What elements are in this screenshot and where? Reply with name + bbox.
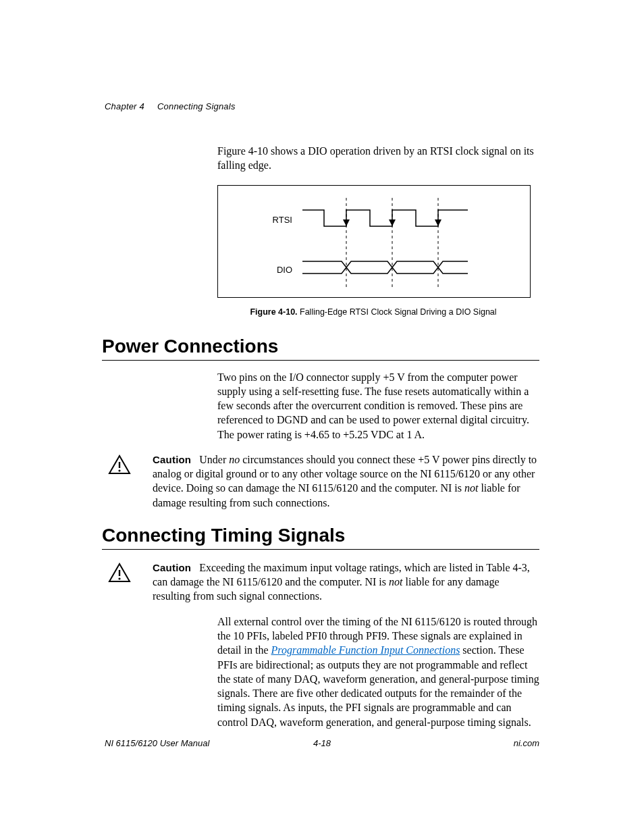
page: Chapter 4 Connecting Signals Figure 4-10…: [0, 0, 644, 834]
figure-4-10: RTSI DIO: [217, 185, 531, 298]
timing-para: All external control over the timing of …: [217, 615, 539, 729]
figure-label-rtsi: RTSI: [252, 215, 292, 225]
caution-frag: Under: [199, 454, 229, 465]
caution-power-text: Caution Under no circumstances should yo…: [153, 452, 539, 510]
caution-icon: [108, 454, 131, 477]
intro-text: Figure 4-10 shows a DIO operation driven…: [217, 144, 539, 173]
running-header-title: Connecting Signals: [157, 101, 236, 111]
footer-center: 4-18: [105, 738, 539, 748]
running-header-chapter: Chapter 4: [105, 101, 144, 111]
timing-frag: section. These PFIs are bidirectional; a…: [217, 644, 539, 727]
figure-caption-label: Figure 4-10.: [250, 307, 297, 317]
running-header: Chapter 4 Connecting Signals: [105, 101, 539, 111]
caution-timing: Caution Exceeding the maximum input volt…: [105, 561, 539, 604]
svg-point-9: [118, 577, 120, 579]
page-footer: NI 6115/6120 User Manual 4-18 ni.com: [105, 738, 539, 748]
svg-marker-3: [343, 219, 350, 226]
timing-diagram: [218, 186, 530, 297]
svg-point-7: [118, 469, 120, 471]
caution-power: Caution Under no circumstances should yo…: [105, 452, 539, 510]
heading-rule: [102, 360, 539, 361]
power-connections-para: Two pins on the I/O connector supply +5 …: [217, 370, 539, 442]
pfi-link[interactable]: Programmable Function Input Connections: [271, 644, 460, 656]
figure-caption: Figure 4-10. Falling-Edge RTSI Clock Sig…: [217, 307, 529, 317]
caution-timing-text: Caution Exceeding the maximum input volt…: [153, 561, 539, 604]
figure-label-dio: DIO: [252, 265, 292, 275]
caution-italic: no: [229, 454, 240, 465]
heading-connecting-timing: Connecting Timing Signals: [102, 525, 539, 546]
caution-italic: not: [389, 576, 402, 588]
caution-icon: [108, 563, 131, 585]
caution-italic: not: [464, 482, 478, 494]
caution-keyword: Caution: [153, 454, 191, 465]
caution-keyword: Caution: [153, 562, 191, 573]
heading-power-connections: Power Connections: [102, 336, 539, 357]
heading-rule: [102, 549, 539, 550]
figure-caption-text: Falling-Edge RTSI Clock Signal Driving a…: [298, 307, 497, 317]
svg-marker-5: [435, 219, 441, 226]
svg-marker-4: [389, 219, 396, 226]
